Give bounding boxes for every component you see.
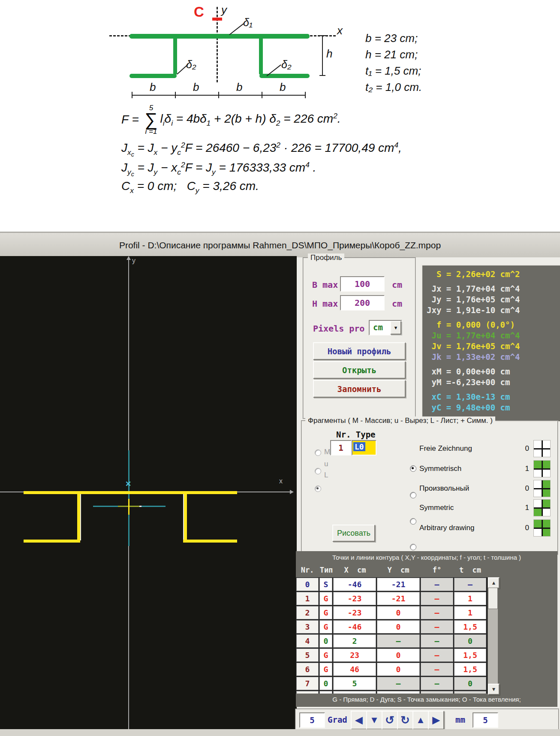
grad-input[interactable]: 5: [299, 712, 325, 728]
fragment-nr-input[interactable]: 1: [330, 440, 352, 455]
cell-tip[interactable]: G: [319, 649, 332, 662]
mm-input[interactable]: 5: [473, 712, 498, 728]
bottom-toolbar: 5 Grad mm 5: [295, 709, 559, 732]
table-row[interactable]: 4 0 2 – – 0: [296, 634, 488, 648]
param-t1: t₁ = 1,5 cm;: [365, 63, 422, 79]
symmetry-icon-three: [533, 519, 551, 537]
contour-table-title: Точки и линии контура ( X,Y - координаты…: [296, 554, 557, 561]
radio-vyrez-label: u: [324, 460, 328, 468]
result-f: f = 0,000 (0,0°): [427, 320, 560, 330]
cell-x[interactable]: 23: [333, 649, 376, 662]
cell-nr: 3: [296, 620, 319, 633]
move-down-button[interactable]: [366, 711, 382, 730]
move-left-button[interactable]: [351, 711, 367, 730]
radio-proizvolny[interactable]: [410, 518, 416, 525]
delta1-label: δ₁: [243, 16, 253, 29]
bmax-unit-label: cm: [392, 280, 402, 290]
cell-t[interactable]: 1,5: [454, 649, 486, 662]
delta2-right-label: δ₂: [281, 58, 291, 71]
table-row[interactable]: 6 G 46 0 – 1,5: [296, 663, 488, 676]
param-b: b = 23 cm;: [365, 30, 422, 46]
cell-y[interactable]: 0: [377, 649, 420, 662]
drawing-canvas[interactable]: y x: [0, 256, 297, 729]
results-panel: S = 2,26e+02 cm^2 Jx = 1,77e+04 cm^4 Jy …: [422, 265, 560, 422]
table-row[interactable]: 2 G -23 0 – 1: [296, 606, 488, 619]
cell-t[interactable]: 1,5: [454, 620, 486, 633]
cell-f: –: [421, 649, 453, 662]
radio-freie-zeichnung[interactable]: [410, 465, 416, 472]
radio-freie-zeichnung-count: 0: [516, 444, 529, 453]
cell-tip[interactable]: G: [319, 606, 332, 619]
units-dropdown[interactable]: cm ▼: [369, 320, 402, 335]
cell-tip[interactable]: 0: [319, 634, 332, 648]
new-profile-button[interactable]: Новый профиль: [313, 342, 406, 360]
cell-t[interactable]: 1: [454, 606, 486, 619]
draw-button[interactable]: Рисовать: [332, 525, 375, 542]
cell-y[interactable]: 0: [377, 663, 420, 676]
cell-x[interactable]: -23: [333, 592, 376, 605]
units-dropdown-button[interactable]: ▼: [390, 321, 401, 335]
x-axis-arrow-icon: [290, 490, 294, 494]
grad-label: Grad: [328, 715, 347, 724]
scroll-up-button[interactable]: [488, 577, 500, 588]
cell-x[interactable]: -46: [333, 620, 376, 633]
cell-x[interactable]: 5: [333, 677, 376, 690]
cell-tip[interactable]: 0: [319, 677, 332, 690]
cell-nr: 7: [296, 677, 319, 690]
radio-symmetric[interactable]: [410, 544, 416, 550]
rotate-ccw-button[interactable]: [382, 711, 398, 730]
cell-x[interactable]: 2: [333, 634, 376, 648]
cell-x[interactable]: -46: [333, 578, 376, 591]
cell-y[interactable]: 0: [377, 620, 420, 633]
table-row[interactable]: 1 G -23 -21 – 1: [296, 592, 488, 605]
cell-t[interactable]: 1: [454, 592, 486, 605]
radio-symmetric-count: 1: [516, 504, 529, 512]
cell-f: –: [421, 606, 453, 619]
units-dropdown-value: cm: [373, 323, 383, 332]
table-row[interactable]: 5 G 23 0 – 1,5: [296, 649, 488, 662]
open-button[interactable]: Открыть: [313, 361, 406, 379]
move-up-button[interactable]: [412, 711, 429, 730]
cell-x[interactable]: -23: [333, 606, 376, 619]
figure-right-web: [259, 38, 263, 75]
col-header-t: t cm: [454, 566, 487, 574]
cell-tip[interactable]: G: [319, 620, 332, 633]
bmax-label: B max: [312, 280, 338, 290]
profile-left-bottom-flange: [24, 540, 80, 543]
cell-y[interactable]: 0: [377, 606, 420, 619]
cell-nr: 0: [296, 578, 319, 591]
radio-symmetrisch[interactable]: [410, 492, 416, 498]
table-scrollbar[interactable]: [488, 577, 498, 693]
bmax-input[interactable]: 100: [340, 276, 385, 292]
cell-y[interactable]: -21: [377, 578, 420, 591]
cell-t[interactable]: 1,5: [454, 663, 486, 676]
save-button[interactable]: Запомнить: [313, 380, 406, 398]
cell-tip[interactable]: G: [319, 663, 332, 676]
cell-nr: 5: [296, 649, 319, 662]
table-row[interactable]: 7 0 5 – – 0: [296, 677, 488, 690]
cell-y[interactable]: -21: [377, 592, 420, 605]
title-bar[interactable]: Profil - D:\Описание программы Rahmen_DS…: [0, 232, 560, 257]
h-dim-top-tick: [319, 35, 325, 36]
move-right-button[interactable]: [428, 711, 444, 730]
hmax-input[interactable]: 200: [340, 295, 385, 311]
scroll-thumb[interactable]: [488, 588, 498, 609]
scroll-down-button[interactable]: [488, 684, 500, 695]
hmax-label: H max: [312, 299, 338, 309]
fragment-type-input[interactable]: L0: [352, 440, 376, 455]
table-row[interactable]: 3 G -46 0 – 1,5: [296, 620, 488, 633]
table-row[interactable]: 0 S -46 -21 – –: [296, 578, 488, 591]
b-dim-tick: [175, 92, 176, 98]
b-label-2: b: [193, 81, 199, 94]
cell-t: 0: [454, 634, 486, 648]
cell-x[interactable]: 46: [333, 663, 376, 676]
origin-cross-vertical: [128, 499, 129, 515]
b-label-1: b: [150, 81, 156, 94]
figure-top-flange: [129, 34, 310, 39]
cell-tip[interactable]: S: [319, 578, 332, 591]
profil-groupbox: Профиль B max 100 cm H max 200 cm Pixels…: [303, 257, 416, 419]
result-Jx: Jx = 1,77e+04 cm^4: [427, 284, 560, 294]
rotate-cw-button[interactable]: [397, 711, 413, 730]
cell-tip[interactable]: G: [319, 592, 332, 605]
parameters-block: b = 23 cm; h = 21 cm; t₁ = 1,5 cm; t₂ = …: [365, 30, 422, 95]
